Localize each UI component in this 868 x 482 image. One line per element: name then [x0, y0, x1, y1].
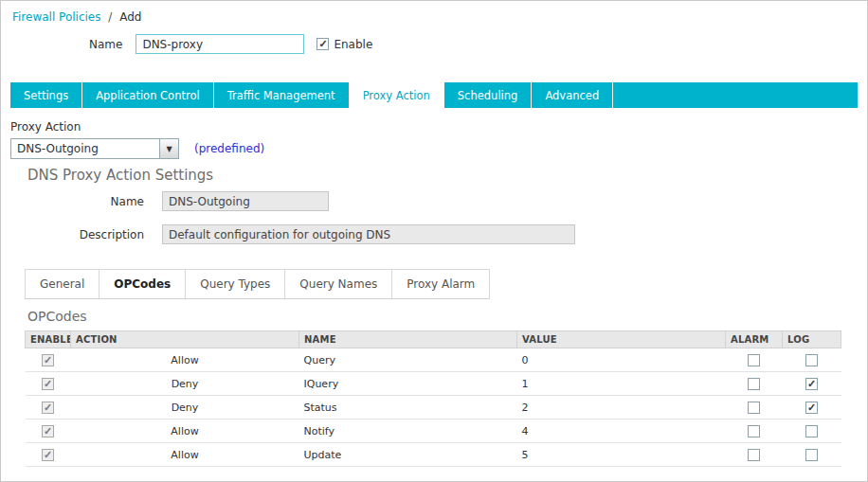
- alarm-cell: [726, 420, 783, 443]
- tab-scheduling[interactable]: Scheduling: [444, 82, 533, 108]
- alarm-checkbox[interactable]: [748, 402, 760, 414]
- log-cell: [783, 372, 841, 396]
- enabled-cell: [26, 443, 71, 467]
- enabled-cell: [26, 396, 71, 420]
- action-cell: Deny: [71, 372, 299, 396]
- alarm-checkbox[interactable]: [748, 425, 760, 437]
- tab-advanced[interactable]: Advanced: [532, 82, 613, 108]
- breadcrumb: Firewall Policies / Add: [1, 1, 867, 24]
- breadcrumb-current-add: Add: [119, 10, 141, 24]
- enabled-checkbox: [42, 402, 54, 414]
- main-tabbar: Settings Application Control Traffic Man…: [10, 82, 858, 108]
- enabled-checkbox: [42, 378, 54, 390]
- value-cell: 4: [517, 420, 726, 443]
- opcodes-table-row: AllowQuery0: [26, 348, 841, 372]
- tab-settings[interactable]: Settings: [10, 82, 82, 108]
- breadcrumb-link-firewall-policies[interactable]: Firewall Policies: [12, 10, 100, 24]
- log-checkbox[interactable]: [805, 354, 818, 366]
- proxy-action-dropdown-value: DNS-Outgoing: [11, 139, 159, 158]
- log-cell: [783, 396, 841, 420]
- log-checkbox[interactable]: [805, 425, 818, 437]
- tab-traffic-management[interactable]: Traffic Management: [214, 82, 350, 108]
- enabled-cell: [26, 372, 71, 396]
- opcodes-table-row: AllowNotify4: [26, 420, 841, 443]
- name-cell: Update: [299, 443, 517, 467]
- column-header-alarm: ALARM: [726, 331, 783, 348]
- action-name-input: [162, 191, 329, 211]
- policy-name-input[interactable]: [136, 34, 304, 54]
- alarm-cell: [726, 443, 783, 467]
- chevron-down-icon: ▼: [166, 145, 172, 153]
- enabled-checkbox: [42, 354, 54, 366]
- column-header-log: LOG: [783, 331, 841, 348]
- action-description-label: Description: [10, 228, 162, 241]
- proxy-action-row: DNS-Outgoing ▼ (predefined): [10, 138, 858, 159]
- subtab-query-types[interactable]: Query Types: [185, 269, 285, 298]
- enabled-cell: [26, 420, 71, 443]
- breadcrumb-separator: /: [108, 10, 112, 24]
- proxy-action-label: Proxy Action: [10, 120, 858, 134]
- log-checkbox[interactable]: [805, 402, 818, 414]
- name-cell: Query: [299, 348, 517, 372]
- enable-label: Enable: [334, 38, 372, 51]
- name-cell: IQuery: [299, 372, 517, 396]
- opcodes-section-title: OPCodes: [27, 309, 858, 324]
- policy-name-row: Name Enable: [89, 34, 867, 54]
- value-cell: 5: [517, 443, 726, 467]
- enable-checkbox-group: Enable: [316, 38, 372, 51]
- column-header-enabled: ENABLED: [26, 331, 71, 348]
- proxy-settings-subtabs: General OPCodes Query Types Query Names …: [25, 269, 490, 299]
- enabled-checkbox: [42, 425, 54, 437]
- enabled-cell: [26, 348, 71, 372]
- predefined-note: (predefined): [194, 142, 264, 155]
- value-cell: 2: [517, 396, 726, 420]
- enabled-checkbox: [42, 449, 54, 461]
- subtab-proxy-alarm[interactable]: Proxy Alarm: [391, 269, 490, 298]
- subtab-opcodes[interactable]: OPCodes: [99, 269, 186, 298]
- action-cell: Allow: [71, 420, 299, 443]
- alarm-checkbox[interactable]: [748, 449, 760, 461]
- tab-application-control[interactable]: Application Control: [82, 82, 213, 108]
- action-cell: Deny: [71, 396, 299, 420]
- policy-name-label: Name: [89, 38, 122, 51]
- log-checkbox[interactable]: [805, 378, 818, 390]
- alarm-checkbox[interactable]: [748, 354, 760, 366]
- opcodes-table-body: AllowQuery0DenyIQuery1DenyStatus2AllowNo…: [26, 348, 841, 467]
- alarm-checkbox[interactable]: [748, 378, 760, 390]
- log-cell: [783, 348, 841, 372]
- column-header-value: VALUE: [517, 331, 726, 348]
- action-description-input: [162, 224, 575, 244]
- opcodes-table-row: DenyIQuery1: [26, 372, 841, 396]
- action-name-row: Name: [10, 191, 858, 211]
- opcodes-header-row: ENABLED ACTION NAME VALUE ALARM LOG: [26, 331, 841, 348]
- opcodes-table-row: DenyStatus2: [26, 396, 841, 420]
- dropdown-arrow-button[interactable]: ▼: [159, 139, 178, 158]
- proxy-action-content: Proxy Action DNS-Outgoing ▼ (predefined)…: [1, 120, 867, 467]
- log-cell: [783, 443, 841, 467]
- subtab-query-names[interactable]: Query Names: [284, 269, 392, 298]
- opcodes-table-row: AllowUpdate5: [26, 443, 841, 467]
- name-cell: Status: [299, 396, 517, 420]
- action-cell: Allow: [71, 443, 299, 467]
- enable-checkbox[interactable]: [316, 38, 329, 50]
- column-header-name: NAME: [299, 331, 517, 348]
- proxy-action-dropdown[interactable]: DNS-Outgoing ▼: [10, 138, 179, 159]
- subtab-general[interactable]: General: [25, 269, 99, 298]
- firewall-policy-add-page: Firewall Policies / Add Name Enable Sett…: [0, 0, 868, 482]
- dns-proxy-action-settings-title: DNS Proxy Action Settings: [27, 167, 858, 184]
- log-checkbox[interactable]: [805, 449, 818, 461]
- value-cell: 0: [517, 348, 726, 372]
- action-name-label: Name: [10, 195, 162, 208]
- column-header-action: ACTION: [71, 331, 299, 348]
- opcodes-table: ENABLED ACTION NAME VALUE ALARM LOG Allo…: [25, 330, 841, 467]
- name-cell: Notify: [299, 420, 517, 443]
- log-cell: [783, 420, 841, 443]
- value-cell: 1: [517, 372, 726, 396]
- alarm-cell: [726, 348, 783, 372]
- alarm-cell: [726, 372, 783, 396]
- tab-proxy-action[interactable]: Proxy Action: [350, 82, 444, 108]
- alarm-cell: [726, 396, 783, 420]
- action-cell: Allow: [71, 348, 299, 372]
- action-description-row: Description: [10, 224, 858, 244]
